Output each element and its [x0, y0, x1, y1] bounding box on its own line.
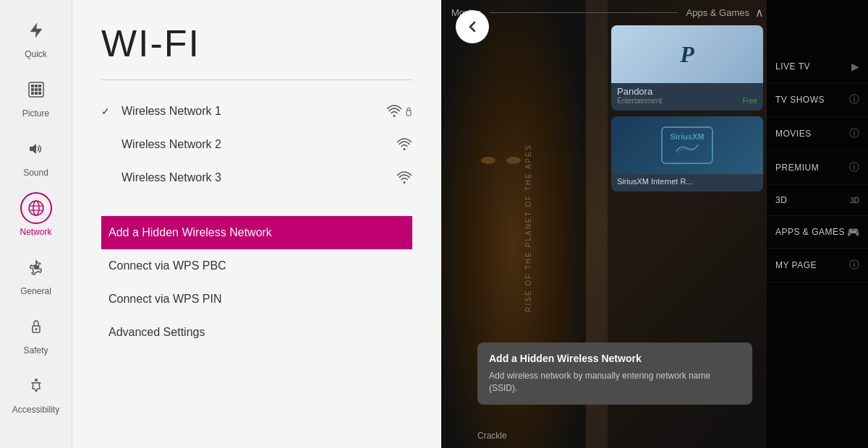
general-icon: [20, 251, 52, 283]
svg-rect-8: [31, 92, 34, 95]
apps-games-section-label: Apps & Games: [686, 7, 749, 18]
tv-content: RISE OF THE PLANET OF THE APES Movies Ap…: [441, 0, 868, 448]
network-1-name: Wireless Network 1: [122, 105, 386, 118]
sidebar: Quick Picture: [0, 0, 72, 448]
my-page-label: MY PAGE: [775, 260, 817, 270]
svg-point-16: [34, 265, 38, 270]
svg-rect-10: [38, 92, 41, 95]
svg-marker-11: [30, 144, 36, 154]
my-page-icon: ⓘ: [849, 259, 859, 272]
picture-icon: [20, 74, 52, 105]
collapse-icon[interactable]: ∧: [755, 6, 764, 20]
siriusxm-name: SiriusXM Internet R...: [617, 177, 757, 186]
sidebar-item-quick-label: Quick: [25, 49, 47, 59]
tv-nav-3d[interactable]: 3D 3D: [767, 185, 868, 216]
sidebar-item-safety[interactable]: Safety: [0, 303, 72, 363]
live-tv-label: LIVE TV: [775, 61, 810, 72]
sidebar-item-accessibility-label: Accessibility: [12, 405, 59, 415]
tv-nav-tv-shows[interactable]: TV SHOWS ⓘ: [767, 83, 868, 117]
tv-panel: RISE OF THE PLANET OF THE APES Movies Ap…: [441, 0, 868, 448]
advanced-settings-btn[interactable]: Advanced Settings: [101, 316, 412, 349]
apps-games-label: APPS & GAMES: [775, 227, 845, 237]
wifi-panel: WI-FI ✓ Wireless Network 1 ✓: [72, 0, 441, 448]
movies-icon: ⓘ: [849, 127, 859, 140]
tooltip-popup: Add a Hidden Wireless Network Add wirele…: [477, 343, 752, 405]
wifi-2-icon: [396, 138, 412, 151]
premium-icon: ⓘ: [849, 161, 859, 174]
wifi-3-icon: [396, 171, 412, 184]
sidebar-item-picture-label: Picture: [22, 108, 49, 119]
premium-label: PREMIUM: [775, 163, 819, 173]
sidebar-item-sound[interactable]: Sound: [0, 126, 72, 185]
svg-rect-5: [31, 88, 34, 91]
quick-icon: [20, 14, 52, 46]
sidebar-item-safety-label: Safety: [23, 345, 48, 356]
tv-nav-movies[interactable]: MOVIES ⓘ: [767, 117, 868, 151]
sidebar-item-general-label: General: [20, 286, 51, 296]
back-button[interactable]: [456, 10, 489, 43]
apps-grid: P Pandora Entertainment Free SiriusX: [611, 25, 763, 191]
safety-icon: [20, 311, 52, 343]
network-item-1[interactable]: ✓ Wireless Network 1: [101, 95, 412, 128]
pandora-sub: Entertainment: [617, 97, 662, 105]
network-icon: [20, 192, 52, 224]
live-tv-icon: ▶: [851, 61, 859, 72]
tv-main: RISE OF THE PLANET OF THE APES Movies Ap…: [441, 0, 767, 448]
tooltip-title: Add a Hidden Wireless Network: [489, 353, 741, 364]
sidebar-item-network-label: Network: [20, 227, 51, 237]
svg-rect-4: [38, 85, 41, 87]
network-1-checkmark: ✓: [101, 105, 116, 117]
network-list: ✓ Wireless Network 1 ✓ Wireless Network …: [101, 95, 412, 194]
movie-title: RISE OF THE PLANET OF THE APES: [524, 144, 532, 311]
svg-point-12: [29, 201, 43, 215]
tv-nav-apps-games[interactable]: APPS & GAMES 🎮: [767, 216, 868, 249]
pandora-name: Pandora: [617, 86, 757, 97]
tv-nav-my-page[interactable]: MY PAGE ⓘ: [767, 249, 868, 283]
svg-point-19: [35, 379, 38, 382]
3d-icon: 3D: [850, 197, 859, 204]
svg-rect-9: [35, 92, 38, 95]
action-list: Add a Hidden Wireless Network Connect vi…: [101, 216, 412, 349]
tv-nav-premium[interactable]: PREMIUM ⓘ: [767, 151, 868, 185]
svg-rect-7: [38, 88, 41, 91]
pandora-badge: Free: [742, 97, 757, 105]
sound-icon: [20, 133, 52, 165]
svg-rect-3: [35, 85, 38, 87]
network-item-2[interactable]: ✓ Wireless Network 2: [101, 128, 412, 161]
sidebar-item-network[interactable]: Network: [0, 185, 72, 244]
svg-rect-6: [35, 88, 38, 91]
connect-wps-pin-btn[interactable]: Connect via WPS PIN: [101, 283, 412, 316]
svg-rect-2: [31, 85, 34, 87]
apps-games-nav-icon: 🎮: [847, 226, 859, 238]
sidebar-item-sound-label: Sound: [23, 168, 48, 178]
sidebar-item-quick[interactable]: Quick: [0, 7, 72, 66]
siriusxm-app-tile[interactable]: SiriusXM SiriusXM Internet R...: [611, 116, 763, 191]
page-title: WI-FI: [101, 22, 412, 65]
3d-label: 3D: [775, 195, 787, 205]
svg-point-13: [33, 201, 39, 215]
movies-label: MOVIES: [775, 129, 812, 139]
tv-nav-live-tv[interactable]: LIVE TV ▶: [767, 51, 868, 83]
svg-point-18: [35, 328, 37, 330]
add-hidden-network-btn[interactable]: Add a Hidden Wireless Network: [101, 216, 412, 249]
network-item-3[interactable]: ✓ Wireless Network 3: [101, 161, 412, 194]
pandora-app-tile[interactable]: P Pandora Entertainment Free: [611, 25, 763, 111]
sidebar-item-picture[interactable]: Picture: [0, 66, 72, 126]
network-3-name: Wireless Network 3: [122, 171, 396, 184]
wifi-1-icon: [386, 105, 412, 118]
svg-marker-0: [30, 23, 42, 38]
tv-shows-label: TV SHOWS: [775, 95, 825, 105]
tv-right-nav: LIVE TV ▶ TV SHOWS ⓘ MOVIES ⓘ PREMIUM ⓘ …: [767, 0, 868, 448]
svg-rect-20: [407, 111, 411, 116]
accessibility-icon: [20, 370, 52, 402]
tooltip-text: Add wireless network by manually enterin…: [489, 370, 741, 395]
sidebar-item-general[interactable]: General: [0, 244, 72, 303]
divider: [101, 79, 412, 80]
connect-wps-pbc-btn[interactable]: Connect via WPS PBC: [101, 249, 412, 283]
network-2-name: Wireless Network 2: [122, 138, 396, 151]
tv-shows-icon: ⓘ: [849, 93, 859, 106]
sidebar-item-accessibility[interactable]: Accessibility: [0, 363, 72, 422]
crackle-label: Crackle: [477, 431, 507, 441]
